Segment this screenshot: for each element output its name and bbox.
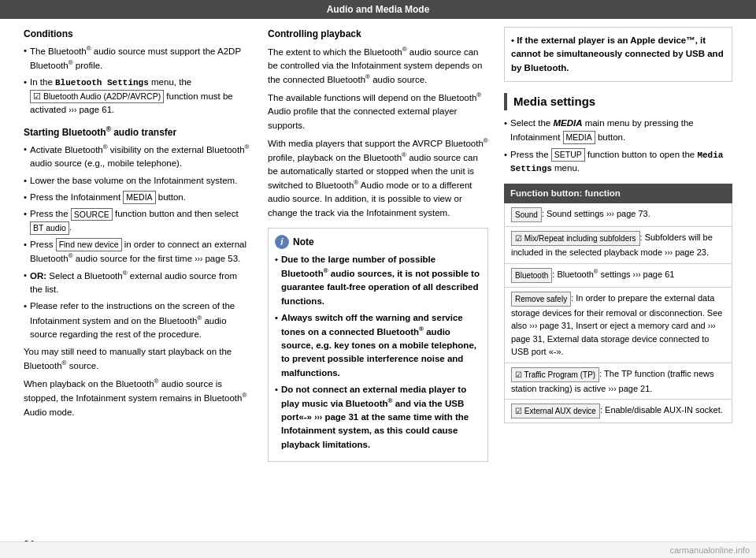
function-row-0: Sound: Sound settings ››› page 73. [504, 203, 732, 227]
fn-btn-sound: Sound [511, 207, 542, 222]
condition-2-text: In the Bluetooth Settings menu, the ☑ Bl… [30, 76, 252, 117]
fn-text-aux: : Enable/disable AUX-IN socket. [600, 406, 723, 415]
condition-1: • The Bluetooth® audio source must suppo… [24, 44, 252, 73]
controlling-p1: The extent to which the Bluetooth® audio… [268, 45, 488, 87]
media-settings-title: Media settings [513, 95, 595, 108]
function-row-5: ☑ External AUX device: Enable/disable AU… [504, 400, 732, 423]
condition-1-text: The Bluetooth® audio source must support… [30, 44, 252, 73]
left-column: Conditions • The Bluetooth® audio source… [24, 27, 252, 462]
fn-btn-mix: ☑ Mix/Repeat including subfolders [511, 231, 640, 246]
controlling-p2: The available functions will depend on t… [268, 91, 488, 132]
controlling-p3: With media players that support the AVRC… [268, 136, 488, 220]
fn-text-sound: : Sound settings ››› page 73. [542, 209, 650, 218]
controlling-title: Controlling playback [268, 27, 488, 41]
mid-column: Controlling playback The extent to which… [268, 27, 488, 462]
bullet-2: • [24, 76, 27, 89]
bt-step-5: • Press Find new device in order to conn… [24, 238, 252, 266]
bt-transfer-section: Starting Bluetooth® audio transfer • Act… [24, 125, 252, 341]
header-title: Audio and Media Mode [327, 4, 430, 15]
bullet-1: • [24, 44, 27, 58]
function-row-1: ☑ Mix/Repeat including subfolders: Subfo… [504, 227, 732, 264]
note-item-1: • Due to the large number of possible Bl… [275, 253, 481, 308]
fn-btn-bluetooth: Bluetooth [511, 268, 552, 283]
note-item-3: • Do not connect an external media playe… [275, 383, 481, 452]
header-bar: Audio and Media Mode [0, 0, 756, 19]
note-label: Note [293, 235, 314, 249]
function-row-4: ☑ Traffic Program (TP): The TP function … [504, 363, 732, 400]
ms-item-2: • Press the SETUP function button to ope… [504, 148, 732, 176]
fn-btn-remove: Remove safely [511, 292, 571, 307]
bt-step-1: • Activate Bluetooth® visibility on the … [24, 143, 252, 170]
note-icon: i [275, 235, 289, 249]
note-header: i Note [275, 235, 481, 249]
right-column: • If the external player is an Apple dev… [504, 27, 732, 462]
main-content: Conditions • The Bluetooth® audio source… [0, 27, 756, 462]
function-table-section: Function button: function Sound: Sound s… [504, 184, 732, 424]
function-row-2: Bluetooth: Bluetooth® settings ››› page … [504, 264, 732, 288]
apple-warning-box: • If the external player is an Apple dev… [504, 27, 732, 82]
bt-step-2: • Lower the base volume on the Infotainm… [24, 174, 252, 188]
manual-start-text: You may still need to manually start pla… [24, 345, 252, 373]
page: Audio and Media Mode Conditions • The Bl… [0, 0, 756, 558]
watermark-text: carmanualonline.info [669, 545, 750, 555]
ms-item-1: • Select the MEDIA main menu by pressing… [504, 117, 732, 144]
bt-step-6: • OR: Select a Bluetooth® external audio… [24, 269, 252, 296]
function-table-header: Function button: function [504, 184, 732, 203]
fn-btn-aux: ☑ External AUX device [511, 404, 600, 418]
fn-btn-tp: ☑ Traffic Program (TP) [511, 367, 599, 382]
conditions-title: Conditions [24, 27, 252, 41]
apple-warning-text: • If the external player is an Apple dev… [511, 35, 724, 73]
condition-2: • In the Bluetooth Settings menu, the ☑ … [24, 76, 252, 117]
media-settings-header: Media settings [504, 93, 732, 111]
note-box: i Note • Due to the large number of poss… [268, 228, 488, 462]
function-row-3: Remove safely: In order to prepare the e… [504, 288, 732, 363]
fn-text-bluetooth: : Bluetooth® settings ››› page 61 [552, 270, 674, 279]
bt-transfer-title: Starting Bluetooth® audio transfer [24, 125, 252, 140]
note-item-2: • Always switch off the warning and serv… [275, 311, 481, 380]
bt-step-3: • Press the Infotainment MEDIA button. [24, 191, 252, 204]
watermark: carmanualonline.info [0, 541, 756, 558]
function-table-title: Function button: function [510, 188, 621, 198]
remains-text: When playback on the Bluetooth® audio so… [24, 377, 252, 418]
bt-step-7: • Please refer to the instructions on th… [24, 299, 252, 341]
bt-step-4: • Press the SOURCE function button and t… [24, 207, 252, 235]
